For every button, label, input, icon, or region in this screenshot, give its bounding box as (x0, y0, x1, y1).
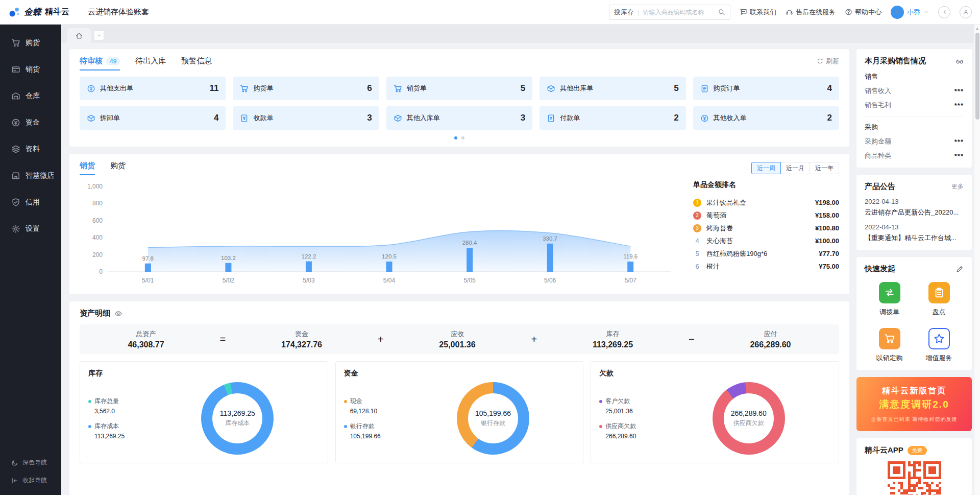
account-set-name[interactable]: 云进销存体验账套 (88, 7, 149, 17)
app-logo[interactable]: 金蝶 精斗云 (0, 6, 81, 18)
banner-line2: 满意度调研2.0 (879, 398, 949, 411)
ranking-row[interactable]: 4夹心海苔¥100.00 (693, 234, 839, 247)
after-sales-service-link[interactable]: 售后在线服务 (786, 8, 836, 17)
tile-other-expense-bill[interactable]: 其他支出单11 (80, 77, 226, 100)
sidebar-item-funds[interactable]: 资金 (0, 109, 61, 136)
tile-purchase-order[interactable]: 购货订单4 (693, 77, 839, 100)
range-button-0[interactable]: 近一周 (751, 162, 781, 174)
month-summary-card: 本月采购销售情况 销售销售收入***销售毛利***采购采购金额***商品种类**… (856, 49, 972, 168)
sidebar-item-credit[interactable]: 信用 (0, 189, 61, 216)
ranking-row[interactable]: 6橙汁¥75.00 (693, 260, 839, 273)
scroll-up-arrow[interactable]: ▲ (974, 25, 980, 32)
account-button[interactable] (960, 6, 972, 18)
logo-text-bold: 金蝶 (24, 6, 41, 18)
main-column: 待审核49待出入库预警信息 刷新 其他支出单11购货单6销货单5其他出库单5购货… (69, 49, 849, 495)
user-menu[interactable]: 小乔 (891, 6, 929, 19)
search-icon[interactable] (718, 8, 725, 16)
sidebar-item-data[interactable]: 资料 (0, 136, 61, 162)
tile-payment-bill[interactable]: 付款单2 (540, 106, 685, 130)
refresh-button[interactable]: 刷新 (817, 57, 839, 70)
panel-title: 欠款 (599, 369, 830, 378)
tab-label: 预警信息 (181, 56, 212, 66)
product-name: 烤海苔卷 (706, 224, 810, 233)
trend-tab-0[interactable]: 销货 (80, 161, 95, 175)
range-button-1[interactable]: 近一月 (780, 162, 810, 174)
home-tab[interactable] (67, 28, 91, 43)
sidebar-item-settings[interactable]: 设置 (0, 216, 61, 242)
tile-other-income-bill[interactable]: 其他收入单2 (693, 106, 839, 130)
product-name: 夹心海苔 (706, 237, 810, 246)
page-dot-2[interactable] (461, 136, 464, 139)
banner-line1: 精斗云新版首页 (882, 386, 946, 396)
glasses-icon[interactable] (955, 57, 964, 65)
stocktake-icon (934, 287, 945, 298)
more-link[interactable]: 更多 (951, 182, 964, 191)
sidebar-footer-collapse-nav[interactable]: 收起导航 (11, 476, 61, 485)
contact-us-link[interactable]: 联系我们 (740, 8, 776, 17)
ranking-row[interactable]: 2葡萄酒¥158.00 (693, 209, 839, 222)
pending-tab-1[interactable]: 待出入库 (135, 56, 166, 70)
divider (865, 116, 964, 116)
legend-item: 现金69,128.10 (344, 397, 411, 415)
tab-dropdown[interactable] (94, 30, 104, 40)
tile-receipt-bill[interactable]: 收款单3 (233, 106, 379, 130)
quick-action-value-added-service[interactable]: 增值服务 (914, 328, 964, 363)
eye-icon[interactable] (114, 310, 122, 318)
help-center-link[interactable]: 帮助中心 (845, 8, 881, 17)
data-icon (11, 145, 20, 154)
survey-banner[interactable]: 精斗云新版首页 满意度调研2.0 全新首页已到来 期待收到您的反馈 (856, 377, 972, 431)
product-amount: ¥77.70 (819, 250, 839, 257)
back-button[interactable] (938, 6, 950, 18)
product-amount: ¥158.00 (815, 211, 839, 219)
medal-icon: 1 (693, 199, 701, 207)
sales-icon (11, 65, 20, 74)
search-input[interactable] (643, 9, 714, 16)
announcement-title: 云进销存产品更新公告_20220... (865, 208, 964, 217)
legend-item: 库存总量3,562.0 (88, 397, 156, 415)
sidebar-footer-dark-nav[interactable]: 深色导航 (11, 458, 61, 467)
legend-value: 105,199.66 (344, 433, 411, 440)
pending-tabs: 待审核49待出入库预警信息 (80, 56, 212, 70)
legend-dot (599, 425, 602, 428)
sidebar-item-warehouse[interactable]: 仓库 (0, 83, 61, 109)
quick-action-transfer-order[interactable]: 调拨单 (865, 282, 914, 317)
ranking-row[interactable]: 1果汁饮品礼盒¥198.00 (693, 196, 839, 209)
ranking-row[interactable]: 5西红柿鸡粉酱190g*6¥77.70 (693, 247, 839, 260)
search-category[interactable]: 搜库存 (614, 8, 634, 17)
donut-chart: 266,289.60供应商欠款 (713, 382, 785, 455)
legend-dot (344, 400, 347, 403)
tile-disassembly-bill[interactable]: 拆卸单4 (80, 106, 226, 130)
tile-count: 2 (827, 113, 832, 123)
trend-tab-1[interactable]: 购货 (110, 161, 126, 175)
announcement-item[interactable]: 2022-04-13云进销存产品更新公告_20220... (865, 198, 964, 217)
scrollbar[interactable]: ▲ (974, 25, 980, 495)
svg-text:330.7: 330.7 (543, 235, 557, 242)
tile-other-outbound-bill[interactable]: 其他出库单5 (540, 77, 685, 100)
tile-sales-bill[interactable]: 销货单5 (386, 77, 532, 100)
tile-other-inbound-bill[interactable]: 其他入库单3 (386, 106, 532, 130)
announcement-list: 2022-04-13云进销存产品更新公告_20220...2022-04-13【… (865, 198, 964, 243)
other-outbound-bill-icon (547, 84, 555, 93)
pending-tab-0[interactable]: 待审核49 (80, 56, 120, 70)
tab-label: 销货 (80, 161, 95, 171)
ranking-row[interactable]: 3烤海苔卷¥100.80 (693, 222, 839, 234)
product-name: 葡萄酒 (706, 211, 810, 220)
app-title: 精斗云APP (865, 445, 903, 455)
scroll-thumb[interactable] (975, 33, 979, 120)
purchase-bill-icon (240, 84, 249, 93)
quick-action-stocktake[interactable]: 盘点 (914, 282, 964, 317)
announcement-title: 【重要通知】精斗云工作台城... (865, 233, 964, 243)
inventory-search[interactable]: 搜库存 | (609, 5, 730, 20)
pending-tab-2[interactable]: 预警信息 (181, 56, 212, 70)
announcement-item[interactable]: 2022-04-13【重要通知】精斗云工作台城... (865, 223, 964, 243)
pencil-icon[interactable] (955, 265, 964, 273)
page-dot-1[interactable] (454, 136, 457, 139)
quick-action-sales-driven-purchase[interactable]: 以销定购 (865, 328, 914, 363)
sidebar-item-sales[interactable]: 销货 (0, 56, 61, 83)
range-button-2[interactable]: 近一年 (810, 162, 839, 174)
svg-text:97.8: 97.8 (142, 255, 154, 262)
sidebar-item-micro-store[interactable]: 智慧微店 (0, 162, 61, 189)
tile-purchase-bill[interactable]: 购货单6 (233, 77, 379, 100)
tile-count: 5 (521, 83, 525, 93)
sidebar-item-purchase[interactable]: 购货 (0, 30, 61, 56)
